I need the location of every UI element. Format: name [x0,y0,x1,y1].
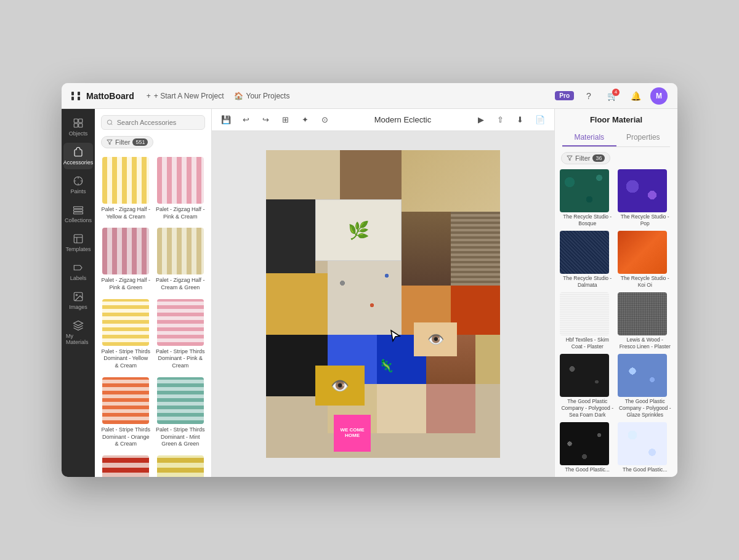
sidebar-item-my-materials[interactable]: My Materials [63,316,93,349]
main-area: Objects Accessories Paints Collections T… [62,109,677,477]
accessory-thumbnail [102,228,149,274]
list-item[interactable]: The Recycle Studio - Pop [618,169,673,228]
right-filter-bar: Filter 36 [555,147,677,167]
material-label: The Good Plastic Company - Polygood - Gl… [618,398,673,418]
tab-materials[interactable]: Materials [562,129,616,146]
tile [402,212,451,286]
list-item[interactable]: The Good Plastic... [618,422,673,474]
list-item[interactable]: Palet - Stripe Thirds Dominant - Pink & … [153,295,208,374]
tile: 🦎 [374,353,398,378]
doc-button[interactable]: 📄 [532,112,548,128]
sidebar-item-collections[interactable]: Collections [63,201,93,227]
svg-point-11 [107,120,111,124]
redo-icon: ↪ [262,115,269,124]
sidebar-item-objects[interactable]: Objects [63,114,93,140]
svg-rect-6 [74,209,83,211]
sidebar-item-paints[interactable]: Paints [63,172,93,198]
material-label: Hbf Textiles - Skim Coat - Plaster [560,337,615,350]
sidebar-item-templates[interactable]: Templates [63,230,93,256]
list-item[interactable]: Hbf Textiles - Skim Coat - Plaster [560,292,615,351]
tile [451,212,500,286]
tile [328,261,402,335]
list-item[interactable]: Palet - Stripe Yellow [153,452,208,477]
accessory-label: Palet - Stripe Thirds Dominant - Pink & … [156,348,206,370]
tile: 🌿 [315,199,402,261]
export-button[interactable]: ⊙ [317,112,333,128]
tile [426,384,475,433]
tile [266,199,315,273]
undo-button[interactable]: ↩ [238,112,254,128]
list-item[interactable]: The Good Plastic Company - Polygood - Gl… [618,354,673,420]
your-projects-label: Your Projects [246,92,290,100]
accessory-thumbnail [157,377,204,424]
accessory-label: Palet - Zigzag Half - Pink & Green [101,277,151,291]
list-item[interactable]: The Good Plastic Company - Polygood - Se… [560,354,615,420]
list-item[interactable]: Palet - Zigzag Half - Pink & Cream [153,153,208,224]
tile: 👁️ [414,322,457,356]
material-thumbnail [618,422,667,465]
new-project-btn[interactable]: + + Start A New Project [147,92,224,100]
download-button[interactable]: ⬇ [512,112,528,128]
images-label: Images [69,304,87,310]
list-item[interactable]: Palet - Zigzag Half - Pink & Green [99,224,153,295]
materials-filter-button[interactable]: Filter 36 [561,152,610,164]
top-right: Pro ? 🛒 4 🔔 M [555,87,668,105]
list-item[interactable]: Palet - Stripe Thirds Dominant - Yellow … [99,295,153,374]
list-item[interactable]: Palet - Stripe Red [99,452,153,477]
list-item[interactable]: Palet - Zigzag Half - Yellow & Cream [99,153,153,224]
list-item[interactable]: The Recycle Studio - Bosque [560,169,615,228]
accessory-label: Palet - Stripe Thirds Dominant - Orange … [101,426,151,448]
my-materials-label: My Materials [66,333,91,345]
list-item[interactable]: Palet - Stripe Thirds Dominant - Orange … [99,374,153,452]
share-button[interactable]: ⇧ [493,112,509,128]
canvas-viewport[interactable]: 🌿 👁️ [212,131,554,477]
list-item[interactable]: The Good Plastic... [560,422,615,474]
video-button[interactable]: ▶ [473,112,489,128]
sidebar-item-images[interactable]: Images [63,287,93,314]
app-name: MattoBoard [86,91,134,101]
accessory-label: Palet - Zigzag Half - Yellow & Cream [101,206,151,220]
cart-button[interactable]: 🛒 4 [604,87,621,105]
filter-button[interactable]: Filter 551 [101,136,153,148]
sidebar-item-labels[interactable]: Labels [63,258,93,285]
right-panel-header: Floor Material Materials Properties [555,109,677,147]
insect-graphic: 🦎 [379,358,394,373]
search-box[interactable] [101,115,205,130]
accessory-thumbnail [102,455,149,477]
notifications-button[interactable]: 🔔 [627,87,644,105]
materials-grid: The Recycle Studio - Bosque The Recycle … [555,167,677,477]
right-panel-title: Floor Material [562,115,670,124]
material-label: The Recycle Studio - Bosque [560,214,615,227]
list-item[interactable]: The Recycle Studio - Koi Oi [618,231,673,290]
accessory-label: Palet - Zigzag Half - Cream & Green [156,277,206,291]
search-input[interactable] [117,119,200,126]
list-item[interactable]: Lewis & Wood - Fresco Linen - Plaster [618,292,673,351]
moodboard: 🌿 👁️ [266,150,500,458]
save-button[interactable]: 💾 [218,112,234,128]
tab-properties[interactable]: Properties [616,129,671,146]
help-button[interactable]: ? [580,87,597,105]
material-thumbnail [560,292,609,335]
user-avatar[interactable]: M [650,87,668,105]
accessory-label: Palet - Zigzag Half - Pink & Cream [156,206,206,220]
svg-marker-12 [107,140,112,145]
toolbar-right: ▶ ⇧ ⬇ 📄 [473,112,548,128]
grid-button[interactable]: ⊞ [277,112,293,128]
accessory-thumbnail [102,377,149,424]
your-projects-btn[interactable]: 🏠 Your Projects [234,92,290,100]
canvas-title: Modern Eclectic [374,115,431,124]
settings-button[interactable]: ✦ [297,112,313,128]
sidebar-item-accessories[interactable]: Accessories [63,143,93,169]
list-item[interactable]: The Recycle Studio - Dalmata [560,231,615,290]
material-thumbnail [618,292,667,335]
filter-count: 36 [592,154,605,162]
accessories-panel: Filter 551 Palet - Zigzag Half - Yellow … [95,109,212,477]
list-item[interactable]: Palet - Stripe Thirds Dominant - Mint Gr… [153,374,208,452]
templates-label: Templates [65,246,91,252]
accessory-thumbnail [157,157,204,204]
accessory-thumbnail [102,299,149,346]
material-label: The Recycle Studio - Koi Oi [618,275,673,289]
svg-rect-0 [74,119,78,122]
redo-button[interactable]: ↪ [257,112,273,128]
list-item[interactable]: Palet - Zigzag Half - Cream & Green [153,224,208,295]
